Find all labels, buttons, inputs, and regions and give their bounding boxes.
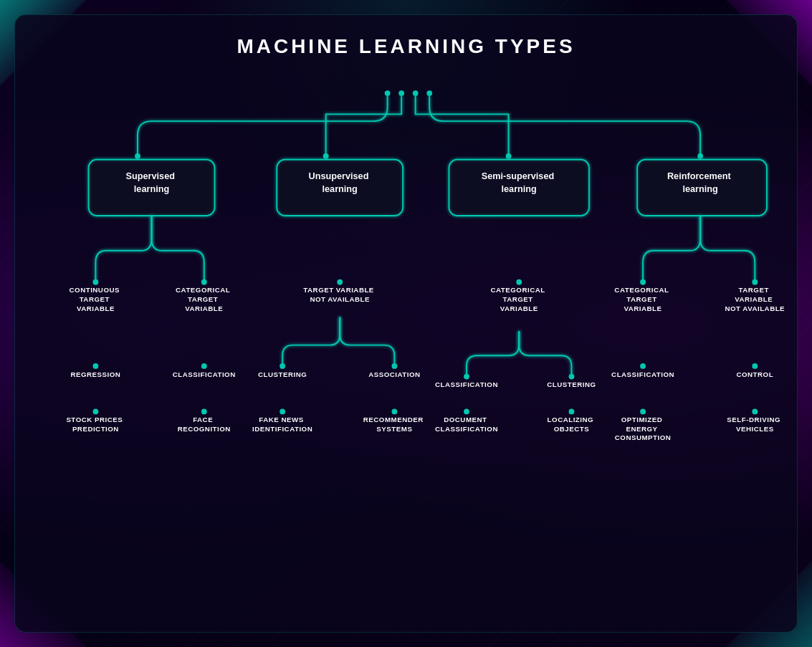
clustering-dot bbox=[280, 363, 285, 369]
semi-clustering-label: CLUSTERING bbox=[547, 380, 596, 388]
association-label: ASSOCIATION bbox=[368, 370, 420, 378]
supervised-dot bbox=[135, 153, 140, 159]
recommender-dot bbox=[391, 408, 397, 414]
control-label: CONTROL bbox=[736, 370, 773, 378]
association-dot bbox=[391, 363, 397, 369]
doc-classification-label: DOCUMENT CLASSIFICATION bbox=[435, 416, 498, 433]
face-dot bbox=[201, 408, 207, 414]
sup-categorical-dot bbox=[201, 279, 207, 285]
reinf-classification-dot bbox=[640, 363, 646, 369]
semi-categorical-dot bbox=[516, 279, 522, 285]
fakenews-label: FAKE NEWS IDENTIFICATION bbox=[252, 416, 312, 433]
reinf-to-categorical bbox=[643, 216, 700, 282]
reinf-classification-label: CLASSIFICATION bbox=[611, 370, 674, 378]
semi-dot bbox=[506, 153, 512, 159]
stock-dot bbox=[92, 408, 98, 414]
unsup-target-label: TARGET VARIABLE NOT AVAILABLE bbox=[303, 286, 376, 303]
semi-to-clustering bbox=[519, 331, 571, 376]
localizing-dot bbox=[569, 408, 575, 414]
root-dot3 bbox=[413, 90, 419, 96]
root-dot bbox=[385, 90, 391, 96]
ml-diagram-svg: Supervised learning CONTINUOUS TARGET VA… bbox=[15, 65, 797, 632]
reinf-target-label: TARGET VARIABLE NOT AVAILABLE bbox=[725, 286, 785, 312]
doc-dot bbox=[464, 408, 469, 414]
fakenews-dot bbox=[280, 408, 285, 414]
branch-to-unsupervised bbox=[326, 96, 401, 156]
unsup-to-clustering bbox=[282, 317, 340, 366]
sup-categorical-label: CATEGORICAL TARGET VARIABLE bbox=[176, 286, 232, 312]
continuous-label: CONTINUOUS TARGET VARIABLE bbox=[70, 286, 123, 312]
selfdriving-label: SELF-DRIVING VEHICLES bbox=[727, 416, 783, 433]
regression-dot bbox=[92, 363, 98, 369]
root-dot4 bbox=[426, 90, 432, 96]
recommender-label: RECOMMENDER SYSTEMS bbox=[363, 416, 426, 433]
sup-classification-label: CLASSIFICATION bbox=[173, 370, 236, 378]
semi-clustering-dot bbox=[569, 374, 575, 380]
root-dot2 bbox=[398, 90, 404, 96]
unsupervised-dot bbox=[323, 153, 329, 159]
main-card: MACHINE LEARNING TYPES bbox=[14, 14, 798, 633]
semi-to-classification bbox=[467, 331, 519, 376]
semi-classification-dot bbox=[464, 374, 469, 380]
control-dot bbox=[752, 363, 758, 369]
sup-to-continuous bbox=[95, 216, 151, 282]
energy-dot bbox=[640, 408, 646, 414]
branch-to-supervised bbox=[138, 96, 388, 156]
stock-label: STOCK PRICES PREDICTION bbox=[66, 416, 125, 433]
page-title: MACHINE LEARNING TYPES bbox=[15, 15, 797, 64]
reinf-to-target bbox=[700, 216, 755, 282]
reinf-categorical-dot bbox=[640, 279, 646, 285]
semi-categorical-label: CATEGORICAL TARGET VARIABLE bbox=[491, 286, 548, 312]
reinf-target-dot bbox=[752, 279, 758, 285]
reinf-categorical-label: CATEGORICAL TARGET VARIABLE bbox=[614, 286, 671, 312]
localizing-label: LOCALIZING OBJECTS bbox=[548, 416, 596, 433]
face-label: FACE RECOGNITION bbox=[178, 416, 231, 433]
unsup-target-dot bbox=[337, 279, 343, 285]
energy-label: OPTIMIZED ENERGY CONSUMPTION bbox=[615, 416, 671, 441]
branch-to-reinforcement bbox=[429, 96, 700, 156]
sup-to-categorical bbox=[152, 216, 204, 282]
clustering-label: CLUSTERING bbox=[258, 370, 307, 378]
selfdriving-dot bbox=[752, 408, 758, 414]
semi-classification-label: CLASSIFICATION bbox=[435, 380, 498, 388]
diagram: Supervised learning CONTINUOUS TARGET VA… bbox=[15, 65, 797, 632]
continuous-dot bbox=[92, 279, 98, 285]
unsup-to-association bbox=[340, 317, 394, 366]
reinforcement-dot bbox=[697, 153, 703, 159]
classification-sup-dot bbox=[201, 363, 207, 369]
regression-label: REGRESSION bbox=[70, 370, 120, 378]
